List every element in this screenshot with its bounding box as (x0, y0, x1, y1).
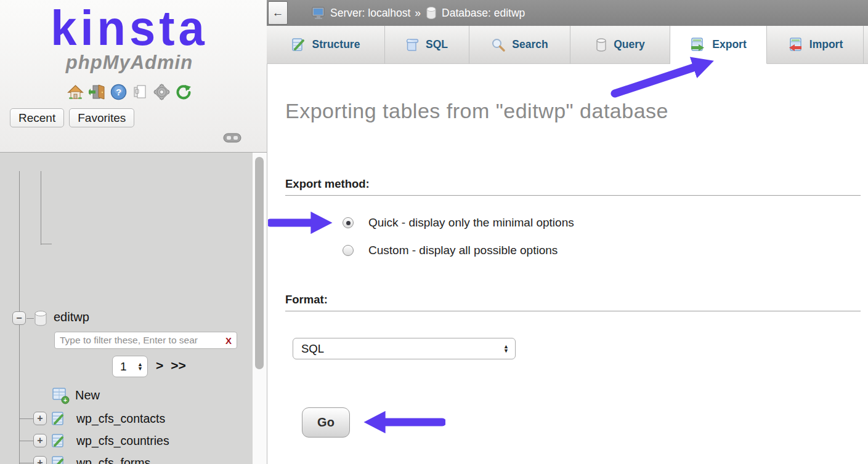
format-select[interactable]: SQL ▲▼ (293, 338, 516, 359)
last-page-link[interactable]: >> (171, 358, 186, 373)
select-arrows-icon: ▲▼ (503, 345, 509, 353)
tab-label: Search (512, 38, 548, 51)
radio-label[interactable]: Quick - display only the minimal options (368, 216, 574, 230)
svg-text:+: + (63, 397, 67, 404)
export-method-label: Export method: (285, 177, 370, 191)
svg-text:?: ? (116, 87, 121, 97)
sidebar-header: kinsta phpMyAdmin ? Recent Favorites (0, 0, 267, 153)
tab-label: SQL (426, 38, 448, 51)
go-button-label: Go (317, 415, 335, 430)
tab-label: Query (614, 38, 645, 51)
export-option-custom[interactable]: Custom - display all possible options (343, 244, 558, 257)
table-name: wp_cfs_forms (76, 456, 150, 464)
server-icon (311, 6, 326, 20)
table-row[interactable]: +wp_cfs_contacts (0, 408, 253, 430)
sql-icon (406, 38, 420, 52)
table-list: +wp_cfs_contacts +wp_cfs_countries +wp_c… (0, 408, 253, 464)
structure-icon (291, 38, 306, 52)
go-button[interactable]: Go (302, 407, 350, 438)
collapse-icon[interactable]: − (12, 311, 26, 325)
format-label: Format: (285, 293, 328, 306)
tab-sql[interactable]: SQL (385, 26, 469, 64)
tab-query[interactable]: Query (570, 26, 670, 64)
tree-filter-input[interactable]: Type to filter these, Enter to sear X (54, 332, 237, 349)
breadcrumb-separator: » (415, 7, 421, 20)
help-icon[interactable]: ? (110, 84, 127, 100)
new-table-icon: + (52, 387, 70, 404)
tab-label: Export (712, 38, 746, 51)
tree-item-new-table[interactable]: + New (0, 386, 253, 407)
radio-unselected-icon[interactable] (343, 245, 354, 256)
tab-label: Import (809, 38, 843, 51)
logout-icon[interactable] (89, 84, 105, 100)
table-icon (52, 434, 71, 449)
sidebar-scrollbar-thumb[interactable] (255, 157, 264, 369)
expand-icon[interactable]: + (33, 412, 47, 425)
breadcrumb: Server: localhost » Database: editwp (311, 6, 525, 20)
navigation-tree: − editwp Type to filter these, Enter to … (0, 153, 253, 464)
import-icon (787, 37, 803, 53)
tab-bar: Structure SQL Search Query Export Import (267, 26, 868, 64)
tree-item-database[interactable]: − editwp (0, 309, 253, 327)
kinsta-logo: kinsta (0, 0, 259, 56)
recent-favorites-row: Recent Favorites (10, 108, 134, 127)
tree-connector-stub (41, 244, 52, 244)
docs-icon[interactable] (132, 84, 148, 100)
table-icon (52, 456, 71, 464)
export-option-quick[interactable]: Quick - display only the minimal options (343, 216, 574, 230)
favorites-button[interactable]: Favorites (69, 108, 134, 127)
tree-connector-stub (20, 418, 33, 419)
tree-connector-line (41, 171, 41, 245)
format-selected-value: SQL (301, 342, 503, 356)
tab-search[interactable]: Search (469, 26, 570, 64)
page-nav-links: > >> (156, 358, 186, 373)
tab-bar-filler (864, 26, 868, 64)
table-name: wp_cfs_countries (76, 434, 169, 448)
link-icon[interactable] (223, 131, 241, 145)
next-page-link[interactable]: > (156, 358, 163, 373)
recent-button[interactable]: Recent (10, 108, 64, 127)
table-row[interactable]: +wp_cfs_countries (0, 430, 253, 452)
phpmyadmin-wordmark: phpMyAdmin (0, 52, 259, 74)
filter-placeholder: Type to filter these, Enter to sear (60, 335, 225, 346)
table-row[interactable]: +wp_cfs_forms (0, 452, 253, 464)
spinner-arrows-icon: ▲▼ (137, 362, 143, 371)
breadcrumb-database-link[interactable]: Database: editwp (442, 7, 525, 20)
database-icon (425, 6, 437, 20)
expand-icon[interactable]: + (33, 456, 47, 464)
back-button[interactable]: ← (268, 1, 288, 25)
tab-export[interactable]: Export (670, 26, 767, 64)
tab-structure[interactable]: Structure (267, 26, 385, 64)
breadcrumb-bar: ← Server: localhost » Database: editwp (267, 0, 868, 26)
export-icon (690, 37, 706, 53)
sidebar-icon-row: ? (0, 84, 259, 100)
refresh-icon[interactable] (175, 84, 192, 100)
main-panel (267, 0, 868, 464)
query-icon (595, 38, 607, 52)
database-name[interactable]: editwp (54, 310, 89, 324)
database-icon (33, 310, 48, 327)
expand-icon[interactable]: + (33, 434, 47, 447)
filter-clear-icon[interactable]: X (225, 335, 232, 346)
search-icon (491, 38, 506, 52)
section-divider (285, 311, 861, 311)
table-icon (52, 412, 71, 426)
radio-selected-icon[interactable] (343, 217, 354, 228)
new-table-label: New (75, 388, 100, 402)
page-number-value: 1 (120, 360, 137, 374)
back-arrow-icon: ← (272, 6, 284, 20)
section-divider (285, 195, 861, 196)
tab-label: Structure (312, 38, 360, 51)
settings-icon[interactable] (153, 84, 170, 100)
page-number-spinner[interactable]: 1 ▲▼ (112, 356, 148, 377)
tab-import[interactable]: Import (767, 26, 864, 64)
radio-label[interactable]: Custom - display all possible options (368, 244, 558, 257)
tree-connector-stub (20, 463, 33, 463)
home-icon[interactable] (67, 84, 84, 100)
breadcrumb-server-link[interactable]: Server: localhost (330, 7, 410, 20)
table-name: wp_cfs_contacts (76, 412, 165, 426)
page-title: Exporting tables from "editwp" database (285, 99, 668, 123)
tree-connector-stub (20, 441, 33, 441)
